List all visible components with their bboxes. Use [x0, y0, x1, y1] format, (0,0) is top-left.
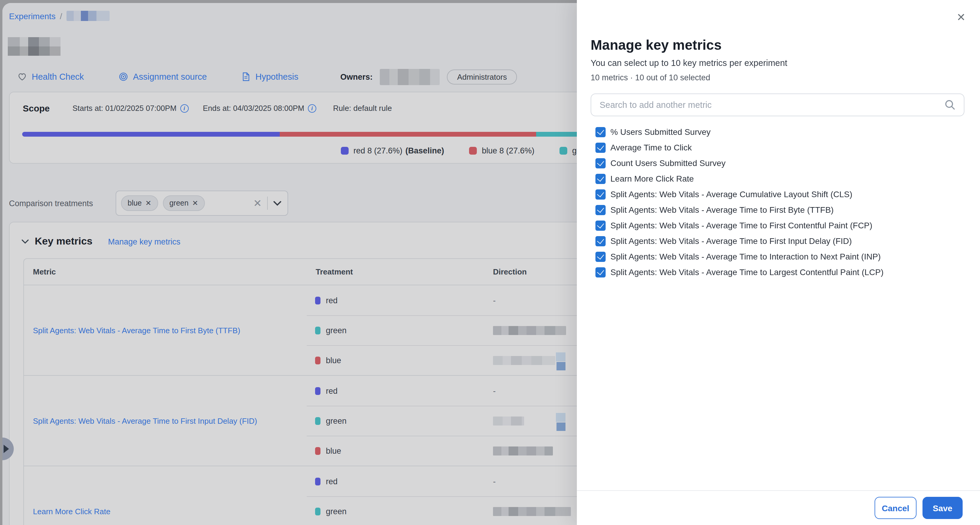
checkbox-checked[interactable] [595, 251, 606, 262]
health-check-label: Health Check [32, 72, 84, 81]
checkbox-checked[interactable] [595, 220, 606, 230]
manage-key-metrics-panel: ✕ Manage key metrics You can select up t… [577, 0, 980, 525]
col-header-treatment: Treatment [307, 267, 492, 276]
hypothesis-link[interactable]: Hypothesis [242, 72, 298, 81]
checkbox-checked[interactable] [595, 142, 606, 153]
direction-value-redacted [493, 356, 555, 365]
chip-green[interactable]: green ✕ [162, 195, 205, 211]
swatch-red [315, 296, 320, 304]
metric-search-input[interactable] [591, 100, 945, 110]
administrators-badge: Administrators [447, 69, 517, 84]
metric-item-label[interactable]: % Users Submitted Survey [610, 127, 711, 137]
owner-name-redacted [380, 69, 440, 85]
treatment-cell: red [307, 466, 492, 496]
swatch-green [315, 417, 320, 425]
save-button[interactable]: Save [923, 497, 963, 519]
direction-value-redacted [556, 413, 565, 422]
chip-green-label: green [169, 199, 188, 207]
metric-item-label[interactable]: Split Agents: Web Vitals - Average Time … [610, 220, 872, 230]
checkbox-checked[interactable] [595, 236, 606, 246]
metrics-count: 10 metrics · 10 out of 10 selected [591, 73, 710, 82]
legend-swatch-red [341, 147, 348, 155]
chip-blue-remove-icon[interactable]: ✕ [145, 199, 151, 207]
owners-block: Owners: Administrators [340, 69, 517, 85]
metric-list-item: Split Agents: Web Vitals - Average Time … [591, 233, 968, 249]
checkbox-checked[interactable] [595, 205, 606, 215]
search-icon [945, 99, 955, 110]
legend-baseline-tag: (Baseline) [406, 146, 444, 155]
assignment-source-link[interactable]: Assignment source [119, 72, 207, 81]
comparison-treatments-select[interactable]: blue ✕ green ✕ ✕ [116, 191, 288, 216]
checkbox-checked[interactable] [595, 127, 606, 137]
metric-item-label[interactable]: Count Users Submitted Survey [610, 158, 725, 168]
clear-selection-icon[interactable]: ✕ [253, 197, 262, 209]
panel-title: Manage key metrics [591, 37, 722, 53]
checkbox-checked[interactable] [595, 189, 606, 199]
treatment-cell: green [307, 496, 492, 525]
info-icon[interactable]: i [180, 104, 188, 112]
checkbox-checked[interactable] [595, 174, 606, 184]
breadcrumb: Experiments / [9, 11, 109, 21]
metric-list-item: Learn More Click Rate [591, 171, 968, 187]
metric-link-ttfb[interactable]: Split Agents: Web Vitals - Average Time … [33, 326, 240, 335]
metric-link-learn-more[interactable]: Learn More Click Rate [33, 507, 111, 516]
metric-item-label[interactable]: Split Agents: Web Vitals - Average Cumul… [610, 189, 853, 199]
scope-ends-label: Ends at: 04/03/2025 08:00PM [203, 104, 304, 113]
target-icon [119, 72, 128, 81]
swatch-red [315, 387, 320, 395]
direction-value-redacted [493, 507, 571, 516]
bar-segment-red [22, 132, 280, 137]
swatch-red [315, 477, 320, 485]
metric-item-label[interactable]: Split Agents: Web Vitals - Average Time … [610, 236, 852, 246]
select-divider [267, 196, 268, 210]
chip-blue[interactable]: blue ✕ [121, 195, 158, 211]
direction-value-redacted [493, 447, 553, 455]
comparison-treatments-row: Comparison treatments blue ✕ green ✕ ✕ [9, 190, 288, 216]
metric-list-item: Split Agents: Web Vitals - Average Time … [591, 249, 968, 264]
treatment-cell: green [307, 315, 492, 345]
swatch-blue [315, 357, 320, 364]
chip-green-remove-icon[interactable]: ✕ [192, 199, 198, 207]
hypothesis-label: Hypothesis [256, 72, 298, 81]
cancel-button[interactable]: Cancel [875, 497, 916, 519]
app-stage: Experiments / Health Check Assignment so… [0, 0, 980, 525]
manage-key-metrics-link[interactable]: Manage key metrics [108, 237, 181, 246]
arrow-right-icon [3, 445, 9, 453]
breadcrumb-experiments-link[interactable]: Experiments [9, 11, 56, 21]
scope-starts: Starts at: 01/02/2025 07:00PM i [73, 104, 188, 113]
metric-item-label[interactable]: Split Agents: Web Vitals - Average Time … [610, 252, 881, 261]
comparison-treatments-label: Comparison treatments [9, 199, 116, 207]
metric-link-fid[interactable]: Split Agents: Web Vitals - Average Time … [33, 416, 257, 426]
scope-rule: Rule: default rule [333, 104, 392, 113]
scope-title: Scope [23, 103, 50, 113]
scope-starts-label: Starts at: 01/02/2025 07:00PM [73, 104, 177, 113]
treatment-cell: green [307, 406, 492, 436]
info-icon[interactable]: i [308, 104, 316, 112]
checkbox-checked[interactable] [595, 267, 606, 277]
owners-label: Owners: [340, 72, 372, 81]
legend-label-red: red 8 (27.6%) [353, 146, 402, 155]
legend-swatch-blue [469, 147, 477, 155]
close-icon[interactable]: ✕ [957, 12, 966, 23]
assignment-source-label: Assignment source [133, 72, 207, 81]
scope-ends: Ends at: 04/03/2025 08:00PM i [203, 104, 316, 113]
metric-item-label[interactable]: Learn More Click Rate [610, 174, 694, 184]
panel-subtitle: You can select up to 10 key metrics per … [591, 58, 788, 68]
metric-list-item: Split Agents: Web Vitals - Average Time … [591, 264, 968, 280]
checkbox-checked[interactable] [595, 158, 606, 168]
chevron-down-icon[interactable] [273, 201, 282, 206]
metric-item-label[interactable]: Split Agents: Web Vitals - Average Time … [610, 267, 883, 277]
legend-item-red: red 8 (27.6%) (Baseline) [341, 146, 444, 155]
col-header-metric: Metric [24, 267, 307, 276]
bar-segment-blue [280, 132, 536, 137]
collapse-chevron-icon[interactable] [22, 239, 29, 244]
metric-list-item: Split Agents: Web Vitals - Average Cumul… [591, 187, 968, 202]
metric-item-label[interactable]: Split Agents: Web Vitals - Average Time … [610, 205, 834, 215]
health-check-link[interactable]: Health Check [18, 72, 84, 81]
metric-list-item: Split Agents: Web Vitals - Average Time … [591, 202, 968, 217]
heart-icon [18, 72, 27, 81]
treatment-cell: red [307, 285, 492, 315]
metrics-checkbox-list: % Users Submitted Survey Average Time to… [591, 124, 968, 280]
metric-list-item: Average Time to Click [591, 140, 968, 155]
metric-item-label[interactable]: Average Time to Click [610, 143, 692, 152]
